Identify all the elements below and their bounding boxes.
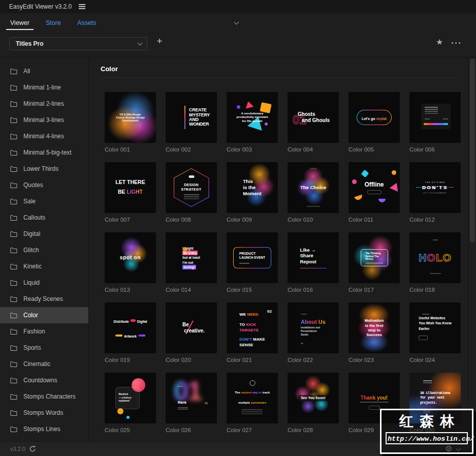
refresh-icon[interactable] — [29, 445, 36, 454]
thumbnail[interactable]: THE DO'S ANDDON'TSOF TYPOGRAPHY — [409, 162, 461, 213]
sidebar-item-minimal-5-big-text[interactable]: Minimal 5-big-text — [0, 144, 88, 161]
sidebar-item-kinetic[interactable]: Kinetic — [0, 258, 88, 275]
sidebar-item-liquid[interactable]: Liquid — [0, 275, 88, 291]
thumbnail-label: Color 027 — [227, 427, 278, 433]
grid-item: Becreative.Color 020 — [166, 302, 217, 363]
thumbnail[interactable]: The easiest way to trackmultiple currenc… — [227, 373, 278, 423]
folder-icon — [10, 345, 17, 351]
thumbnail[interactable]: Useful WebsitesYou Wish You KnewEarlier — [409, 302, 461, 353]
thumbnail[interactable] — [409, 92, 461, 143]
sidebar-item-sale[interactable]: Sale — [0, 193, 88, 209]
thumbnail[interactable]: Becreative. — [166, 302, 217, 353]
sidebar-item-callouts[interactable]: Callouts — [0, 209, 88, 226]
thumbnail[interactable]: CREATEMYSTERYANDWONDER — [166, 92, 217, 143]
thumbnail[interactable]: 01Rank01 — [166, 373, 217, 423]
thumb-text: 02 — [267, 309, 272, 314]
thumbnail[interactable]: Let's go digital — [348, 92, 400, 143]
thumbnail[interactable]: 01Ghostsand Ghouls — [288, 92, 339, 143]
thumb-text: Motivation — [365, 318, 384, 323]
thumbnail[interactable]: Like →ShareRepost — [288, 232, 339, 283]
vertical-scrollbar[interactable] — [468, 57, 476, 441]
thumbnail[interactable]: The ThinkingBehind TheMoney — [348, 232, 400, 283]
thumbnail[interactable]: UX & Web DesignCourse Strategy DesignDev… — [105, 92, 156, 143]
sidebar-item-minimal-3-lines[interactable]: Minimal 3-lines — [0, 112, 88, 128]
sidebar-item-sports[interactable]: Sports — [0, 340, 88, 356]
grid-item: spot onColor 013 — [105, 232, 156, 293]
sidebar-item-all[interactable]: All — [0, 63, 88, 79]
preset-dropdown[interactable]: Titles Pro — [9, 37, 147, 50]
thumbnail[interactable]: LET THEREBE LIGHT — [105, 162, 156, 213]
grid-item: HOLOColor 018 — [409, 232, 461, 293]
sidebar-item-minimal-2-lines[interactable]: Minimal 2-lines — [0, 96, 88, 112]
sidebar-item-label: Fashion — [23, 328, 45, 335]
sidebar-item-digital[interactable]: Digital — [0, 226, 88, 242]
tab-viewer[interactable]: Viewer — [9, 14, 30, 32]
sidebar-item-minimal-1-line[interactable]: Minimal 1-line — [0, 79, 88, 96]
thumb-text: SENSE — [239, 343, 265, 348]
thumbnail[interactable]: Motivationis the firststep toSuccess — [348, 302, 400, 353]
thumb-shape — [354, 195, 363, 201]
thumbnail[interactable]: spot on — [105, 232, 156, 283]
thumb-text: creative. — [184, 328, 205, 335]
sidebar-item-label: Cinematic — [23, 360, 50, 368]
sidebar-item-cinematic[interactable]: Cinematic — [0, 356, 88, 372]
add-button[interactable]: + — [154, 36, 165, 47]
sidebar-item-countdowns[interactable]: Countdowns — [0, 372, 88, 388]
sidebar-item-ready-scenes[interactable]: Ready Scenes — [0, 291, 88, 307]
grid-item: Thisis theMomentColor 009 — [227, 162, 278, 223]
sidebar-item-label: Quotes — [23, 181, 43, 189]
grid-item: About UsInstallations andPresentationsSt… — [288, 302, 339, 363]
thumbnail-label: Color 004 — [288, 146, 339, 153]
sidebar-item-quotes[interactable]: Quotes — [0, 177, 88, 193]
thumb-shape — [430, 273, 441, 274]
thumb-text: Offline — [365, 181, 384, 189]
thumb-shape — [378, 199, 386, 202]
sidebar-item-label: Sports — [23, 344, 41, 351]
folder-icon — [10, 231, 17, 237]
grid-item: PRODUCTLAUNCH EVENTColor 015 — [227, 232, 278, 293]
thumbnail[interactable]: PRODUCTLAUNCH EVENT — [227, 232, 278, 283]
sidebar-item-stomps-lines[interactable]: Stomps Lines — [0, 421, 88, 437]
thumbnail[interactable]: HOLO — [409, 232, 461, 283]
thumbnail[interactable]: Mankind— a historyexplained — [105, 373, 156, 423]
sidebar-item-stomps-words[interactable]: Stomps Words — [0, 405, 88, 421]
sidebar-item-glitch[interactable]: Glitch — [0, 242, 88, 258]
thumbnail-label: Color 014 — [166, 287, 217, 293]
thumbnail-label: Color 005 — [348, 146, 400, 153]
section-divider — [101, 77, 456, 78]
thumb-text: PRODUCT — [239, 252, 265, 256]
sidebar-item-minimal-4-lines[interactable]: Minimal 4-lines — [0, 128, 88, 144]
thumbnail[interactable]: A revolutionaryproductivity assistantfor… — [227, 92, 278, 143]
star-icon[interactable]: ★ — [436, 37, 443, 47]
thumb-text: 3d illustrations — [420, 391, 450, 396]
thumbnail[interactable]: Offline — [348, 162, 400, 213]
more-icon[interactable] — [452, 39, 463, 46]
tab-store[interactable]: Store — [45, 14, 62, 32]
thumbnail[interactable]: About UsInstallations andPresentationsSt… — [288, 302, 339, 353]
sidebar-item-fashion[interactable]: Fashion — [0, 323, 88, 340]
thumbnail-label: Color 019 — [105, 357, 156, 363]
sidebar-item-label: Color — [23, 312, 38, 319]
hamburger-menu-icon[interactable] — [79, 6, 85, 7]
thumb-text: Rank — [178, 401, 186, 405]
tab-assets[interactable]: Assets — [76, 14, 98, 32]
grid-item: Color 006 — [409, 92, 461, 153]
sidebar-item-stomps-characters[interactable]: Stomps Characters — [0, 388, 88, 405]
thumb-text: Share — [300, 253, 327, 258]
thumb-text: LET THERE — [115, 179, 145, 186]
sidebar-item-color[interactable]: Color — [0, 307, 88, 323]
scrollbar-thumb[interactable] — [470, 58, 475, 242]
grid-item: THE DO'S ANDDON'TSOF TYPOGRAPHYColor 012 — [409, 162, 461, 223]
thumbnail[interactable]: Thisis theMoment — [227, 162, 278, 213]
thumbnail[interactable]: I mightbe crazybut at leastI'm notboring… — [166, 232, 217, 283]
thumbnail[interactable]: DistributeDigitalArtwork — [105, 302, 156, 353]
thumb-text: WE NEED — [239, 308, 265, 318]
folder-icon — [10, 328, 17, 335]
sidebar-item-lower-thirds[interactable]: Lower Thirds — [0, 161, 88, 177]
thumbnail[interactable]: See You Soon! — [288, 373, 339, 423]
thumbnail[interactable]: 02WE NEEDTO KICKTARGETSDON'T MAKESENSE — [227, 302, 278, 353]
thumbnail[interactable]: DESIGNSTRATEGY — [166, 162, 217, 213]
thumbnail[interactable]: The Choice — [288, 162, 339, 213]
grid-item: OfflineColor 011 — [348, 162, 400, 223]
folder-icon — [10, 215, 17, 221]
